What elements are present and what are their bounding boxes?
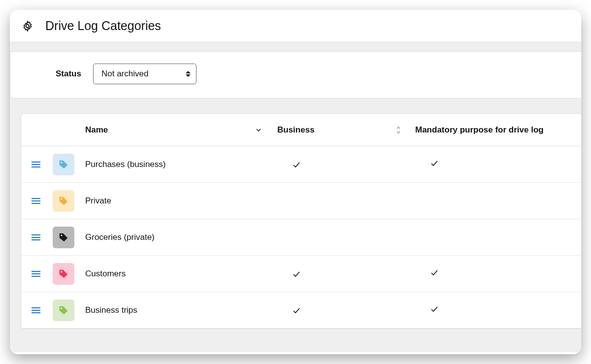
category-name: Private: [85, 196, 111, 206]
category-name: Purchases (business): [85, 160, 165, 169]
col-header-name-label: Name: [85, 125, 108, 135]
categories-table: Name Business Mandatory purpose for driv…: [21, 113, 581, 329]
svg-point-0: [26, 24, 29, 27]
drag-handle-icon[interactable]: [21, 307, 51, 313]
check-icon: [430, 305, 439, 314]
check-icon: [430, 159, 439, 168]
svg-point-4: [61, 271, 62, 272]
sort-updown-icon: [395, 126, 401, 134]
gear-icon: [22, 20, 33, 32]
col-header-mandatory-label: Mandatory purpose for drive log: [415, 125, 544, 134]
window: Drive Log Categories Status Not archived…: [10, 10, 581, 354]
check-icon: [292, 306, 301, 315]
category-name: Customers: [85, 269, 126, 279]
table-row[interactable]: Private: [21, 183, 581, 219]
svg-point-5: [61, 307, 62, 309]
table-row[interactable]: Purchases (business): [21, 146, 581, 183]
table-row[interactable]: Business trips: [21, 292, 581, 329]
page-title: Drive Log Categories: [45, 19, 161, 33]
check-icon: [292, 161, 301, 169]
chevron-down-icon: [256, 127, 263, 133]
table-header: Name Business Mandatory purpose for driv…: [21, 114, 581, 146]
tag-icon: [53, 299, 74, 321]
svg-point-2: [61, 198, 62, 199]
tag-icon: [53, 190, 74, 212]
filter-panel: Status Not archived: [10, 51, 581, 99]
drag-handle-icon[interactable]: [21, 234, 51, 240]
col-header-business-label: Business: [277, 125, 315, 135]
drag-handle-icon[interactable]: [21, 162, 51, 167]
table-row[interactable]: Groceries (private): [21, 219, 581, 256]
table-row[interactable]: Customers: [21, 256, 581, 292]
tag-icon: [53, 227, 74, 248]
check-icon: [430, 268, 439, 277]
tag-icon: [53, 263, 74, 285]
header: Drive Log Categories: [10, 10, 581, 42]
svg-point-1: [61, 162, 62, 163]
content-area: Status Not archived Name: [10, 42, 581, 352]
status-select[interactable]: Not archived: [93, 64, 197, 84]
check-icon: [292, 270, 301, 279]
category-name: Business trips: [85, 305, 137, 315]
tag-icon: [53, 154, 74, 175]
col-header-business[interactable]: Business: [277, 125, 415, 135]
drag-handle-icon[interactable]: [21, 198, 51, 204]
status-label: Status: [56, 69, 81, 79]
col-header-mandatory[interactable]: Mandatory purpose for drive log: [415, 125, 581, 135]
drag-handle-icon[interactable]: [21, 271, 51, 277]
category-name: Groceries (private): [85, 232, 155, 242]
col-header-name[interactable]: Name: [80, 125, 277, 135]
status-select-value: Not archived: [101, 69, 148, 79]
svg-point-3: [61, 234, 62, 236]
status-select-wrap: Not archived: [93, 64, 197, 84]
